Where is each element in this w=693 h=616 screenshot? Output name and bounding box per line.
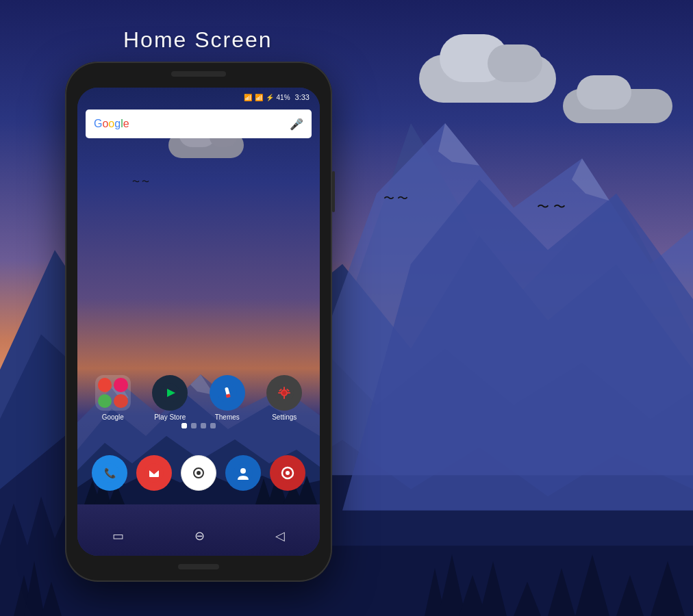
svg-marker-17 bbox=[548, 568, 575, 616]
svg-point-41 bbox=[282, 391, 286, 395]
back-button[interactable]: ◁ bbox=[275, 528, 285, 543]
mic-icon[interactable]: 🎤 bbox=[290, 117, 303, 131]
home-button[interactable]: ⊖ bbox=[194, 528, 205, 543]
wifi-icon: 📶 bbox=[244, 94, 252, 101]
email-svg bbox=[144, 463, 164, 483]
svg-rect-42 bbox=[284, 387, 285, 390]
dot-1[interactable] bbox=[181, 423, 187, 428]
phone-screen: 〜〜 📶 📶 ⚡ 41% 3:33 Google 🎤 bbox=[77, 88, 320, 556]
phone: 〜〜 📶 📶 ⚡ 41% 3:33 Google 🎤 bbox=[65, 62, 332, 582]
dock-email-icon[interactable] bbox=[136, 455, 172, 491]
app5-svg bbox=[278, 463, 297, 483]
cloud-1 bbox=[419, 55, 556, 103]
svg-rect-43 bbox=[284, 396, 285, 399]
bird-right: 〜〜 bbox=[537, 198, 570, 215]
phone-body: 〜〜 📶 📶 ⚡ 41% 3:33 Google 🎤 bbox=[65, 62, 332, 582]
nav-bar: ▭ ⊖ ◁ bbox=[77, 519, 320, 552]
folder-app2 bbox=[114, 378, 128, 392]
cloud-2 bbox=[563, 89, 672, 123]
svg-marker-20 bbox=[651, 561, 685, 616]
phone-svg: 📞 bbox=[100, 463, 119, 483]
themes-icon[interactable] bbox=[210, 375, 245, 411]
folder-play-games bbox=[98, 394, 112, 409]
google-logo: Google bbox=[94, 118, 129, 130]
dot-2[interactable] bbox=[191, 423, 197, 428]
playstore-svg bbox=[160, 383, 179, 402]
app-label-google: Google bbox=[102, 413, 124, 421]
battery-percent: 41% bbox=[277, 94, 290, 101]
bird-left: 〜〜 bbox=[383, 192, 411, 206]
status-bar: 📶 📶 ⚡ 41% 3:33 bbox=[77, 88, 320, 107]
playstore-icon[interactable] bbox=[152, 375, 188, 411]
phone-power-button bbox=[332, 171, 335, 212]
page-title: Home Screen bbox=[123, 27, 273, 53]
app-item-settings[interactable]: Settings bbox=[266, 375, 302, 421]
dock-camera[interactable] bbox=[181, 455, 216, 491]
signal-icon: 📶 bbox=[255, 94, 263, 101]
dock-app5-icon[interactable] bbox=[270, 455, 305, 491]
clock: 3:33 bbox=[295, 93, 310, 101]
settings-svg bbox=[275, 383, 294, 402]
dock-row: 📞 bbox=[77, 455, 320, 491]
dock-phone-icon[interactable]: 📞 bbox=[92, 455, 127, 491]
app-item-playstore[interactable]: Play Store bbox=[152, 375, 188, 421]
svg-marker-18 bbox=[575, 554, 609, 616]
svg-marker-16 bbox=[514, 582, 541, 616]
dot-3[interactable] bbox=[201, 423, 206, 428]
dock-contacts[interactable] bbox=[225, 455, 261, 491]
svg-marker-13 bbox=[438, 554, 466, 616]
svg-rect-44 bbox=[278, 392, 281, 394]
svg-point-55 bbox=[197, 471, 201, 475]
svg-rect-45 bbox=[287, 392, 290, 394]
dock-contacts-icon[interactable] bbox=[225, 455, 261, 491]
folder-gplus bbox=[114, 394, 128, 409]
app-icons-row: Google Play Store bbox=[77, 375, 320, 421]
dot-4[interactable] bbox=[210, 423, 216, 428]
settings-icon[interactable] bbox=[266, 375, 302, 411]
svg-point-57 bbox=[240, 468, 246, 474]
screen-bird-1: 〜〜 bbox=[132, 177, 151, 187]
themes-svg bbox=[218, 383, 237, 402]
svg-marker-15 bbox=[479, 561, 507, 616]
svg-text:📞: 📞 bbox=[104, 467, 116, 479]
app-item-themes[interactable]: Themes bbox=[210, 375, 245, 421]
page-dots bbox=[77, 423, 320, 428]
app-item-google[interactable]: Google bbox=[95, 375, 131, 421]
camera-svg bbox=[189, 463, 208, 483]
recents-button[interactable]: ▭ bbox=[112, 528, 124, 543]
dock-app5[interactable] bbox=[270, 455, 305, 491]
svg-marker-11 bbox=[41, 582, 62, 616]
svg-marker-19 bbox=[616, 575, 644, 616]
app-label-playstore: Play Store bbox=[154, 413, 186, 421]
svg-point-60 bbox=[286, 471, 290, 475]
dock-phone[interactable]: 📞 bbox=[92, 455, 127, 491]
dock-camera-icon[interactable] bbox=[181, 455, 216, 491]
folder-gmail bbox=[98, 378, 112, 392]
app-label-settings: Settings bbox=[272, 413, 297, 421]
app-label-themes: Themes bbox=[215, 413, 240, 421]
contacts-svg bbox=[234, 463, 253, 483]
search-bar[interactable]: Google 🎤 bbox=[86, 110, 312, 138]
google-folder-icon[interactable] bbox=[95, 375, 131, 411]
battery-icon: ⚡ bbox=[266, 94, 274, 101]
dock-email[interactable] bbox=[136, 455, 172, 491]
